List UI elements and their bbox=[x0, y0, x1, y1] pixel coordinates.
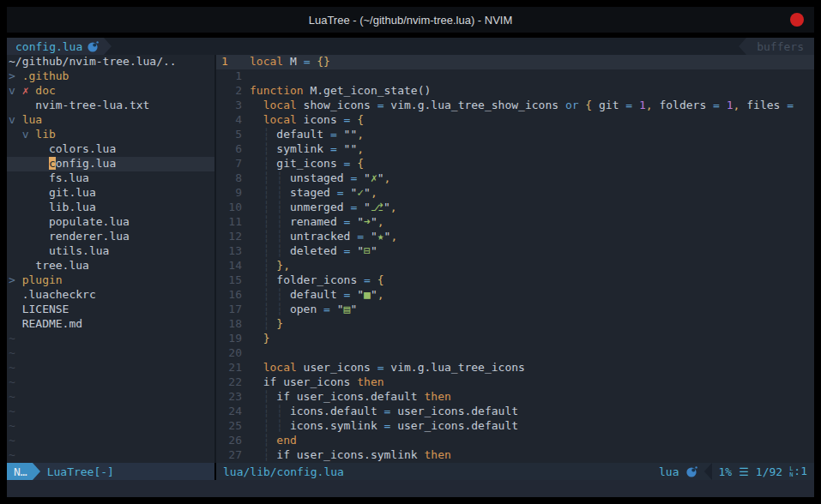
code-line[interactable]: 20 bbox=[216, 346, 814, 361]
tree-row[interactable]: nvim-tree-lua.txt bbox=[7, 99, 214, 113]
tree-row[interactable]: tree.lua bbox=[7, 259, 214, 273]
tree-row[interactable]: utils.lua bbox=[7, 244, 214, 259]
tab-config-lua[interactable]: config.lua bbox=[7, 38, 104, 55]
code-segment: = bbox=[364, 273, 371, 286]
tree-row[interactable]: ~ bbox=[7, 346, 214, 361]
tree-row[interactable]: .luacheckrc bbox=[7, 288, 214, 303]
code-segment bbox=[283, 303, 290, 315]
code-line[interactable]: 25 ┆ ┆ icons.symlink = user_icons.defaul… bbox=[216, 419, 814, 434]
code-segment: ┆ bbox=[276, 405, 283, 417]
code-segment bbox=[250, 390, 263, 403]
code-line[interactable]: 14 ┆ }, bbox=[216, 259, 814, 273]
code-segment bbox=[337, 142, 344, 155]
block-cursor: c bbox=[49, 157, 56, 170]
code-segment: lib.lua bbox=[9, 201, 96, 213]
code-segment: , bbox=[357, 128, 364, 141]
code-segment: ┆ bbox=[276, 419, 283, 432]
tree-row[interactable]: ~/github/nvim-tree.lua/.. bbox=[7, 55, 214, 69]
tree-row[interactable]: renderer.lua bbox=[7, 230, 214, 244]
code-segment: { bbox=[377, 273, 384, 286]
tree-row[interactable]: ~ bbox=[7, 405, 214, 419]
code-segment bbox=[283, 186, 290, 199]
tree-row[interactable]: lib.lua bbox=[7, 201, 214, 215]
code-line[interactable]: 5 ┆ default = "", bbox=[216, 128, 814, 142]
code-segment bbox=[250, 361, 263, 374]
code-line[interactable]: 27 ┆ if user_icons.symlink then bbox=[216, 448, 814, 463]
code-segment: , bbox=[646, 99, 653, 111]
code-segment: onfig.lua bbox=[56, 157, 116, 170]
code-line[interactable]: 18 ┆ } bbox=[216, 317, 814, 332]
code-line[interactable]: 16 ┆ ┆ default = "■", bbox=[216, 288, 814, 303]
code-line[interactable]: 13 ┆ ┆ deleted = "⊟" bbox=[216, 244, 814, 259]
code-line[interactable]: 4 local icons = { bbox=[216, 113, 814, 128]
code-segment bbox=[337, 128, 344, 141]
code-line[interactable]: 24 ┆ ┆ icons.default = user_icons.defaul… bbox=[216, 405, 814, 419]
code-segment: .github bbox=[22, 69, 69, 82]
code-line[interactable]: 2function M.get_icon_state() bbox=[216, 84, 814, 99]
code-segment: " bbox=[337, 303, 344, 315]
code-segment: tree.lua bbox=[9, 259, 89, 272]
tree-row[interactable]: colors.lua bbox=[7, 142, 214, 157]
code-line[interactable]: 1local M = {} bbox=[216, 55, 814, 69]
tree-row[interactable]: ~ bbox=[7, 375, 214, 390]
code-segment: , bbox=[390, 201, 397, 213]
line-number: 17 bbox=[218, 303, 242, 315]
code-line[interactable]: 21 local user_icons = vim.g.lua_tree_ico… bbox=[216, 361, 814, 375]
code-segment: {} bbox=[317, 55, 330, 68]
code-line[interactable]: 6 ┆ symlink = "", bbox=[216, 142, 814, 157]
tree-row[interactable]: README.md bbox=[7, 317, 214, 332]
code-line[interactable]: 1 bbox=[216, 69, 814, 84]
tree-row[interactable]: ~ bbox=[7, 332, 214, 346]
tree-row[interactable]: git.lua bbox=[7, 186, 214, 201]
code-segment: LICENSE bbox=[9, 303, 69, 315]
code-segment: populate.lua bbox=[9, 215, 130, 228]
code-line[interactable]: 3 local show_icons = vim.g.lua_tree_show… bbox=[216, 99, 814, 113]
code-line[interactable]: 11 ┆ ┆ renamed = "➜", bbox=[216, 215, 814, 230]
code-segment: ┆ bbox=[276, 201, 283, 213]
code-line[interactable]: 15 ┆ folder_icons = { bbox=[216, 273, 814, 288]
tab-label: config.lua bbox=[15, 40, 82, 53]
code-line[interactable]: 26 ┆ end bbox=[216, 434, 814, 448]
code-line[interactable]: 19 } bbox=[216, 332, 814, 346]
code-line[interactable]: 22 if user_icons then bbox=[216, 375, 814, 390]
code-line[interactable]: 17 ┆ ┆ open = "▤" bbox=[216, 303, 814, 317]
close-button[interactable] bbox=[790, 13, 804, 27]
code-segment: ~ bbox=[9, 405, 15, 417]
tree-row[interactable]: > .github bbox=[7, 69, 214, 84]
tree-row[interactable]: config.lua bbox=[7, 157, 214, 171]
current-file-path: lua/lib/config.lua bbox=[216, 465, 344, 478]
code-segment: staged bbox=[290, 186, 337, 199]
tree-statusline: N… LuaTree[-] bbox=[7, 463, 214, 480]
code-line[interactable]: 7 ┆ git_icons = { bbox=[216, 157, 814, 171]
tree-row[interactable]: ~ bbox=[7, 419, 214, 434]
code-segment: , bbox=[371, 186, 377, 199]
tree-row[interactable]: v ✗ doc bbox=[7, 84, 214, 99]
code-segment: default bbox=[276, 128, 330, 141]
tree-row[interactable]: fs.lua bbox=[7, 171, 214, 186]
tree-row[interactable]: populate.lua bbox=[7, 215, 214, 230]
code-segment bbox=[357, 201, 364, 213]
code-line[interactable]: 23 ┆ if user_icons.default then bbox=[216, 390, 814, 405]
tree-row[interactable]: v lua bbox=[7, 113, 214, 128]
code-segment: " bbox=[371, 230, 377, 243]
tree-row[interactable]: LICENSE bbox=[7, 303, 214, 317]
buffers-segment[interactable]: buffers bbox=[746, 38, 814, 55]
code-line[interactable]: 8 ┆ ┆ unstaged = "✗", bbox=[216, 171, 814, 186]
tree-row[interactable]: ~ bbox=[7, 434, 214, 448]
tree-row[interactable]: > plugin bbox=[7, 273, 214, 288]
powerline-chevron-icon bbox=[704, 463, 712, 480]
code-line[interactable]: 10 ┆ ┆ unmerged = "⎇", bbox=[216, 201, 814, 215]
code-line[interactable]: 12 ┆ ┆ untracked = "★", bbox=[216, 230, 814, 244]
tree-row[interactable]: v lib bbox=[7, 128, 214, 142]
code-segment: git.lua bbox=[9, 186, 96, 199]
code-segment: if user_icons bbox=[250, 375, 357, 388]
code-line[interactable]: 9 ┆ ┆ staged = "✓", bbox=[216, 186, 814, 201]
tree-row[interactable]: ~ bbox=[7, 390, 214, 405]
code-segment bbox=[794, 99, 800, 111]
code-segment: if user_icons.symlink bbox=[276, 448, 424, 461]
tree-row[interactable]: ~ bbox=[7, 361, 214, 375]
tree-row[interactable]: ~ bbox=[7, 448, 214, 463]
code-segment: local bbox=[250, 55, 283, 68]
code-segment bbox=[250, 419, 263, 432]
code-segment: = bbox=[357, 230, 364, 243]
